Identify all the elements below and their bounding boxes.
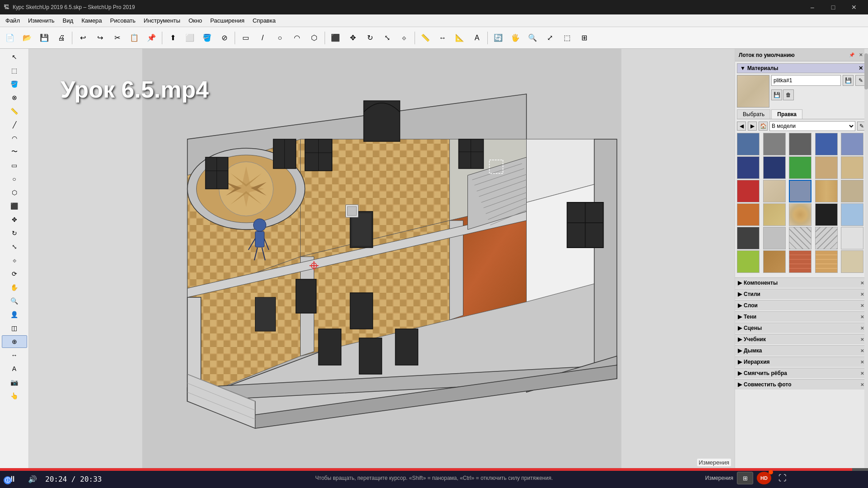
material-upload-button[interactable]: 💾 (843, 75, 854, 86)
tool-eraser[interactable]: ⊗ (2, 91, 27, 104)
tool-interact[interactable]: 👆 (2, 389, 27, 402)
hd-badge[interactable]: HD (757, 472, 771, 484)
close-button[interactable]: ✕ (844, 0, 864, 14)
menu-item-изменить[interactable]: Изменить (24, 16, 58, 25)
panel-scrollbar[interactable] (864, 49, 868, 468)
menu-item-камера[interactable]: Камера (78, 16, 105, 25)
material-swatch-13[interactable] (815, 180, 838, 202)
toolbar-btn-cut[interactable]: ✂ (109, 30, 125, 46)
tool-arc[interactable]: ◠ (2, 132, 27, 145)
toolbar-btn-select[interactable]: ⬆ (165, 30, 181, 46)
material-swatch-11[interactable] (763, 180, 786, 202)
tool-orbit[interactable]: ⟳ (2, 267, 27, 280)
panel-close-button[interactable]: ✕ (857, 52, 864, 59)
material-swatch-22[interactable] (789, 227, 811, 249)
material-swatch-5[interactable] (737, 156, 760, 179)
tool-pushpull[interactable]: ⬛ (2, 200, 27, 212)
toolbar-btn-scale[interactable]: ⤡ (379, 30, 395, 46)
tool-text-tool[interactable]: A (2, 362, 27, 375)
menu-item-окно[interactable]: Окно (185, 16, 206, 25)
collapsible-header-дымка[interactable]: ▶ Дымка ✕ (735, 346, 868, 356)
tool-rotate[interactable]: ↻ (2, 227, 27, 239)
collapsible-header-иерархия[interactable]: ▶ Иерархия ✕ (735, 357, 868, 367)
tool-move[interactable]: ✥ (2, 213, 27, 226)
menu-item-расширения[interactable]: Расширения (207, 16, 248, 25)
material-swatch-12[interactable] (789, 180, 811, 202)
collapsible-header-совместить-фото[interactable]: ▶ Совместить фото ✕ (735, 380, 868, 389)
tool-tape-measure[interactable]: 📏 (2, 105, 27, 117)
material-swatch-2[interactable] (789, 133, 811, 155)
material-swatch-14[interactable] (841, 180, 863, 202)
toolbar-btn-undo[interactable]: ↩ (75, 30, 91, 46)
tool-walkthrough[interactable]: 👤 (2, 308, 27, 321)
toolbar-btn-open[interactable]: 📂 (19, 30, 35, 46)
toolbar-btn-views[interactable]: ⊞ (576, 30, 592, 46)
tool-rect[interactable]: ▭ (2, 159, 27, 172)
material-swatch-9[interactable] (841, 156, 863, 179)
material-swatch-0[interactable] (737, 133, 760, 155)
toolbar-btn-dimension[interactable]: ↔ (434, 30, 451, 46)
toolbar-btn-zoom[interactable]: 🔍 (524, 30, 541, 46)
collapsible-header-смягчить-рёбра[interactable]: ▶ Смягчить рёбра ✕ (735, 368, 868, 378)
toolbar-btn-circle[interactable]: ○ (272, 30, 288, 46)
toolbar-btn-print[interactable]: 🖨 (53, 30, 70, 46)
collapsible-header-стили[interactable]: ▶ Стили ✕ (735, 289, 868, 299)
fullscreen-button[interactable]: ⛶ (778, 474, 787, 483)
toolbar-btn-zoomwin[interactable]: ⬚ (559, 30, 575, 46)
toolbar-btn-orbit[interactable]: 🔄 (490, 30, 506, 46)
material-tab-выбрать[interactable]: Выбрать (737, 109, 770, 119)
material-swatch-25[interactable] (737, 250, 760, 273)
collapsible-header-сцены[interactable]: ▶ Сцены ✕ (735, 323, 868, 333)
material-swatch-4[interactable] (841, 133, 863, 155)
material-nav-home[interactable]: 🏠 (759, 122, 768, 131)
menu-item-справка[interactable]: Справка (249, 16, 279, 25)
toolbar-btn-rect[interactable]: ▭ (237, 30, 254, 46)
materials-close-button[interactable]: ✕ (859, 65, 863, 71)
material-nav-back[interactable]: ◀ (737, 122, 746, 131)
material-swatch-21[interactable] (763, 227, 786, 249)
material-swatch-1[interactable] (763, 133, 786, 155)
tool-dimensions[interactable]: ↔ (2, 349, 27, 361)
toolbar-btn-line[interactable]: / (255, 30, 271, 46)
toolbar-btn-tape[interactable]: 📏 (417, 30, 434, 46)
toolbar-btn-erase[interactable]: ⊘ (216, 30, 232, 46)
tool-scale[interactable]: ⤡ (2, 240, 27, 253)
tool-component-browser[interactable]: ⬚ (2, 64, 27, 77)
material-swatch-28[interactable] (815, 250, 838, 273)
tool-select[interactable]: ↖ (2, 51, 27, 63)
toolbar-btn-offset[interactable]: ⟐ (396, 30, 412, 46)
materials-collapse-icon[interactable]: ▼ (740, 65, 745, 71)
toolbar-btn-paint[interactable]: 🪣 (199, 30, 215, 46)
tool-paint-bucket[interactable]: 🪣 (2, 78, 27, 90)
toolbar-btn-move[interactable]: ✥ (344, 30, 361, 46)
toolbar-btn-rotate[interactable]: ↻ (362, 30, 378, 46)
collapsible-header-тени[interactable]: ▶ Тени ✕ (735, 312, 868, 322)
material-swatch-15[interactable] (737, 203, 760, 226)
material-swatch-27[interactable] (789, 250, 811, 273)
toolbar-btn-arc[interactable]: ◠ (289, 30, 305, 46)
toolbar-btn-pushpull[interactable]: ⬛ (327, 30, 344, 46)
tool-line[interactable]: ╱ (2, 118, 27, 131)
toolbar-btn-copy[interactable]: 📋 (126, 30, 142, 46)
toolbar-btn-redo[interactable]: ↪ (92, 30, 108, 46)
tool-circle[interactable]: ○ (2, 173, 27, 185)
progress-bar-container[interactable] (0, 468, 868, 471)
material-swatch-20[interactable] (737, 227, 760, 249)
menu-item-инструменты[interactable]: Инструменты (140, 16, 184, 25)
tool-section-plane[interactable]: ◫ (2, 322, 27, 334)
material-name-input[interactable] (771, 75, 841, 86)
collapsible-header-учебник[interactable]: ▶ Учебник ✕ (735, 334, 868, 344)
material-swatch-23[interactable] (815, 227, 838, 249)
material-swatch-19[interactable] (841, 203, 863, 226)
tool-zoom-tool[interactable]: 🔍 (2, 295, 27, 307)
tool-axes[interactable]: ⊕ (2, 335, 27, 348)
material-swatch-7[interactable] (789, 156, 811, 179)
material-swatch-8[interactable] (815, 156, 838, 179)
minimize-button[interactable]: – (802, 0, 823, 14)
toolbar-btn-text[interactable]: A (469, 30, 485, 46)
tool-pan[interactable]: ✋ (2, 281, 27, 294)
collapsible-header-слои[interactable]: ▶ Слои ✕ (735, 300, 868, 310)
toolbar-btn-zoomfit[interactable]: ⤢ (542, 30, 558, 46)
tool-offset[interactable]: ⟐ (2, 254, 27, 267)
material-swatch-18[interactable] (815, 203, 838, 226)
